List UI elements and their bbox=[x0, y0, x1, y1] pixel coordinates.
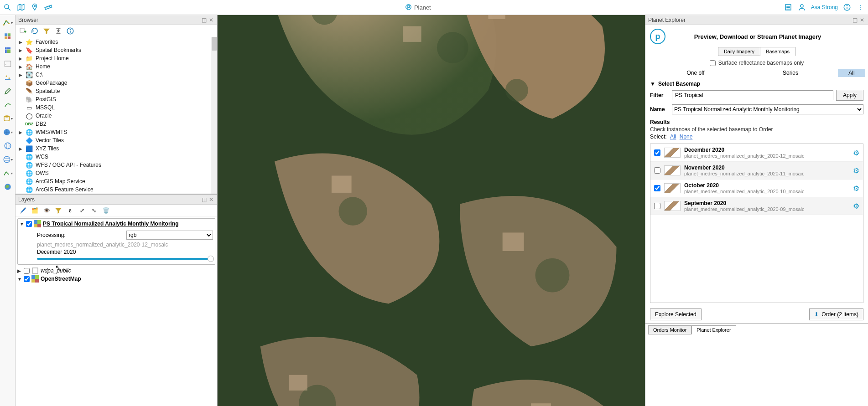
tree-item[interactable]: ▶🔖Spatial Bookmarks bbox=[18, 46, 217, 54]
tree-item[interactable]: DB2DB2 bbox=[18, 120, 217, 128]
map-icon[interactable] bbox=[16, 3, 26, 12]
tree-item[interactable]: ▶🟦XYZ Tiles bbox=[18, 144, 217, 153]
tree-item[interactable]: 📦GeoPackage bbox=[18, 79, 217, 87]
layer-visibility-checkbox[interactable] bbox=[24, 276, 30, 282]
globe-tool-button[interactable]: ▾ bbox=[1, 126, 14, 138]
globe2-tool-button[interactable] bbox=[1, 140, 14, 152]
gear-icon[interactable]: ⚙ bbox=[853, 184, 859, 193]
world-tool-button[interactable] bbox=[1, 181, 14, 193]
raster-tool-button[interactable] bbox=[1, 31, 14, 42]
gear-icon[interactable]: ⚙ bbox=[853, 149, 859, 157]
browser-tree[interactable]: ▶⭐Favorites ▶🔖Spatial Bookmarks ▶📁Projec… bbox=[16, 37, 217, 194]
add-layer-icon[interactable] bbox=[18, 26, 27, 36]
apply-button[interactable]: Apply bbox=[836, 90, 863, 101]
layer-visibility-checkbox[interactable] bbox=[24, 268, 30, 274]
result-checkbox[interactable] bbox=[654, 149, 660, 156]
close-icon[interactable]: ✕ bbox=[208, 196, 214, 203]
tree-item[interactable]: ▭MSSQL bbox=[18, 103, 217, 112]
visibility-icon[interactable]: 👁️ bbox=[42, 206, 51, 215]
vector-tool-button[interactable]: ▾ bbox=[1, 17, 14, 29]
result-checkbox[interactable] bbox=[654, 203, 660, 209]
props-icon[interactable] bbox=[66, 26, 75, 36]
edit-tool-button[interactable] bbox=[1, 85, 14, 97]
info-icon[interactable] bbox=[842, 3, 852, 12]
layer-item[interactable]: ▼ OpenStreetMap bbox=[17, 275, 215, 283]
undock-icon[interactable]: ◫ bbox=[201, 196, 207, 203]
tree-item[interactable]: 🐘PostGIS bbox=[18, 95, 217, 103]
segment-oneoff[interactable]: One off bbox=[648, 69, 743, 77]
tree-item[interactable]: ▶📁Project Home bbox=[18, 54, 217, 62]
result-item[interactable]: September 2020 planet_medres_normalized_… bbox=[650, 197, 863, 215]
tree-item[interactable]: 🌐OWS bbox=[18, 169, 217, 177]
close-icon[interactable]: ✕ bbox=[208, 17, 214, 23]
gear-icon[interactable]: ⚙ bbox=[853, 166, 859, 175]
result-checkbox[interactable] bbox=[654, 167, 660, 174]
undock-icon[interactable]: ◫ bbox=[852, 17, 858, 23]
point-tool-button[interactable] bbox=[1, 72, 14, 83]
result-checkbox[interactable] bbox=[654, 185, 660, 191]
segment-all[interactable]: All bbox=[838, 69, 865, 77]
layer-item[interactable]: ▶ wdpa_public bbox=[17, 267, 215, 275]
tree-item[interactable]: 🪶SpatiaLite bbox=[18, 87, 217, 95]
select-basemap-collapser[interactable]: ▼ Select Basemap bbox=[645, 80, 868, 88]
tree-item[interactable]: ▶💽C:\ bbox=[18, 71, 217, 79]
vpath-tool-button[interactable]: ▾ bbox=[1, 167, 14, 179]
filter-icon[interactable] bbox=[54, 206, 63, 215]
list-icon[interactable] bbox=[784, 3, 793, 12]
basemap-name-select[interactable]: PS Tropical Normalized Analytic Monthly … bbox=[672, 104, 863, 114]
slider-thumb[interactable] bbox=[208, 256, 214, 262]
tree-item[interactable]: ▶🌐WMS/WMTS bbox=[18, 128, 217, 136]
remove-icon[interactable]: 🗑️ bbox=[101, 206, 110, 215]
collapse-all-icon[interactable] bbox=[54, 26, 63, 36]
result-item[interactable]: October 2020 planet_medres_normalized_an… bbox=[650, 180, 863, 197]
path-tool-button[interactable] bbox=[1, 99, 14, 111]
delim-tool-button[interactable]: , bbox=[1, 58, 14, 70]
segment-series[interactable]: Series bbox=[743, 69, 838, 77]
surface-reflectance-checkbox[interactable] bbox=[710, 60, 716, 66]
layer-item[interactable]: ▼ PS Tropical Normalized Analytic Monthl… bbox=[20, 220, 213, 228]
expand-icon[interactable]: ⤢ bbox=[78, 206, 87, 215]
tab-basemaps[interactable]: Basemaps bbox=[760, 47, 795, 56]
layer-visibility-checkbox[interactable] bbox=[26, 221, 32, 227]
tab-orders-monitor[interactable]: Orders Monitor bbox=[648, 325, 691, 334]
select-all-link[interactable]: All bbox=[670, 134, 676, 140]
collapse-icon[interactable]: ⤡ bbox=[89, 206, 99, 215]
ruler-icon[interactable] bbox=[44, 3, 53, 12]
processing-select[interactable]: rgb bbox=[126, 231, 213, 240]
map-canvas[interactable] bbox=[218, 15, 645, 406]
refresh-icon[interactable] bbox=[30, 26, 39, 36]
result-item[interactable]: November 2020 planet_medres_normalized_a… bbox=[650, 162, 863, 180]
tree-item[interactable]: 🔷Vector Tiles bbox=[18, 136, 217, 144]
mesh-tool-button[interactable] bbox=[1, 44, 14, 56]
results-list[interactable]: December 2020 planet_medres_normalized_a… bbox=[650, 144, 863, 303]
select-none-link[interactable]: None bbox=[680, 134, 693, 140]
user-name[interactable]: Asa Strong bbox=[811, 4, 838, 10]
tree-item[interactable]: ▶🏠Home bbox=[18, 62, 217, 71]
tree-item[interactable]: 🌐WFS / OGC API - Features bbox=[18, 161, 217, 169]
explore-selected-button[interactable]: Explore Selected bbox=[650, 308, 702, 320]
time-slider[interactable]: ↖ bbox=[37, 258, 211, 260]
db-tool-button[interactable]: ▾ bbox=[1, 113, 14, 124]
style-icon[interactable]: 🖊️ bbox=[18, 206, 27, 215]
expr-icon[interactable]: ε bbox=[66, 206, 75, 215]
pin-icon[interactable] bbox=[30, 3, 39, 12]
result-item[interactable]: December 2020 planet_medres_normalized_a… bbox=[650, 144, 863, 162]
tree-item[interactable]: 🌐ArcGIS Feature Service bbox=[18, 185, 217, 194]
close-icon[interactable]: ✕ bbox=[859, 17, 865, 23]
tree-item[interactable]: ▶⭐Favorites bbox=[18, 38, 217, 46]
tree-item[interactable]: ◯Oracle bbox=[18, 112, 217, 120]
tab-daily-imagery[interactable]: Daily Imagery bbox=[718, 47, 760, 56]
tab-planet-explorer[interactable]: Planet Explorer bbox=[691, 325, 736, 334]
undock-icon[interactable]: ◫ bbox=[201, 17, 207, 23]
filter-icon[interactable] bbox=[42, 26, 51, 36]
tree-item[interactable]: 🌐ArcGIS Map Service bbox=[18, 177, 217, 185]
search-icon[interactable] bbox=[3, 3, 12, 12]
kebab-icon[interactable]: ⋮ bbox=[856, 3, 865, 12]
add-group-icon[interactable]: 🗂️ bbox=[30, 206, 39, 215]
browser-scrollbar[interactable] bbox=[211, 37, 217, 194]
gear-icon[interactable]: ⚙ bbox=[853, 202, 859, 211]
tree-item[interactable]: 🌐WCS bbox=[18, 153, 217, 161]
filter-input[interactable] bbox=[672, 90, 833, 100]
globe3-tool-button[interactable]: ▾ bbox=[1, 154, 14, 165]
order-button[interactable]: ⬇ Order (2 items) bbox=[809, 308, 863, 320]
